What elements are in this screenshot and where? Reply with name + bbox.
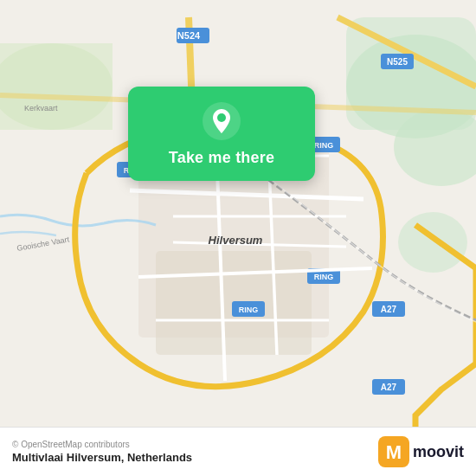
- svg-rect-5: [0, 43, 113, 130]
- moovit-icon: M: [378, 436, 409, 467]
- svg-text:RING: RING: [239, 306, 259, 314]
- map-svg: N524 N525 RING RING RING RING A27 A27 Hi…: [0, 0, 476, 476]
- moovit-text: moovit: [413, 443, 464, 461]
- svg-text:A27: A27: [381, 305, 397, 314]
- svg-text:RING: RING: [314, 141, 334, 150]
- svg-text:Kerkvaart: Kerkvaart: [24, 104, 58, 113]
- svg-text:RING: RING: [314, 273, 334, 281]
- location-pin-icon: [203, 102, 241, 140]
- svg-text:N525: N525: [387, 57, 408, 67]
- svg-text:Hilversum: Hilversum: [209, 234, 263, 247]
- attribution: © OpenStreetMap contributors: [12, 440, 192, 449]
- bottom-bar: © OpenStreetMap contributors Multivlaai …: [0, 427, 476, 476]
- svg-point-6: [398, 212, 467, 273]
- location-name: Multivlaai Hilversum, Netherlands: [12, 451, 192, 464]
- map-container: N524 N525 RING RING RING RING A27 A27 Hi…: [0, 0, 476, 476]
- svg-text:N524: N524: [177, 30, 201, 41]
- popup-card[interactable]: Take me there: [128, 87, 315, 181]
- svg-point-40: [217, 113, 226, 122]
- svg-text:A27: A27: [381, 383, 397, 392]
- svg-text:M: M: [386, 441, 402, 463]
- bottom-left: © OpenStreetMap contributors Multivlaai …: [12, 440, 192, 464]
- popup-label: Take me there: [169, 149, 274, 167]
- moovit-logo: M moovit: [378, 436, 464, 467]
